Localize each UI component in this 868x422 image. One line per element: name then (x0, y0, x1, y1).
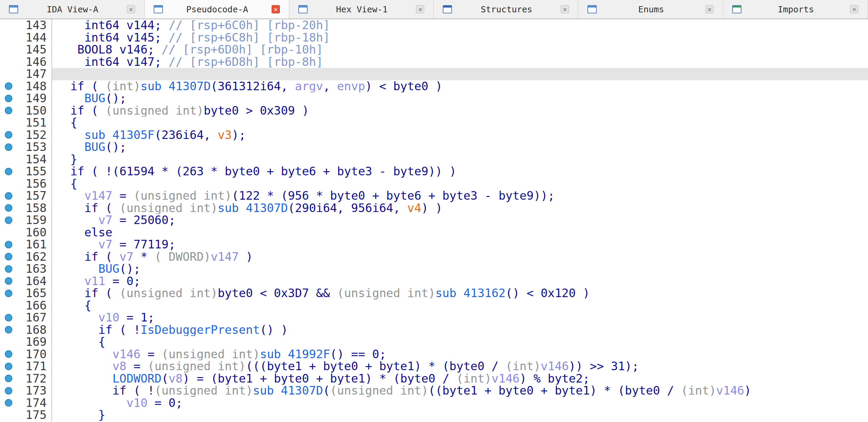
code-line[interactable]: 144 __int64 v145; // [rsp+6C8h] [rbp-18h… (0, 32, 868, 44)
close-icon[interactable]: × (561, 5, 569, 13)
code-token: { (56, 300, 91, 312)
breakpoint-icon[interactable] (5, 241, 12, 248)
variable-token[interactable]: v147 (211, 251, 239, 263)
variable-token[interactable]: argv (295, 80, 323, 93)
code-line[interactable]: 143 __int64 v144; // [rsp+6C0h] [rbp-20h… (0, 19, 868, 32)
code-text: BUG(); (52, 263, 868, 275)
breakpoint-icon[interactable] (5, 277, 12, 285)
code-line[interactable]: 147 (0, 68, 868, 80)
variable-token[interactable]: v146 (540, 360, 569, 373)
variable-token[interactable]: v146 (112, 348, 141, 361)
variable-token[interactable]: v8 (112, 360, 127, 373)
code-line[interactable]: 160 else (0, 226, 868, 239)
breakpoint-icon[interactable] (5, 314, 12, 321)
breakpoint-icon[interactable] (5, 253, 12, 260)
variable-token[interactable]: v147 (84, 190, 112, 202)
code-line[interactable]: 162 if ( v7 * (_DWORD)v147 ) (0, 251, 868, 263)
code-line[interactable]: 155 if ( !(61594 * (263 * byte0 + byte6 … (0, 165, 868, 178)
code-text: LODWORD(v8) = (byte1 + byte0 + byte1) * … (52, 373, 868, 385)
function-token[interactable]: BUG (84, 141, 105, 153)
close-icon[interactable]: × (127, 5, 135, 13)
code-line[interactable]: 161 v7 = 77119; (0, 238, 868, 251)
code-line[interactable]: 150 if ( (unsigned int)byte0 > 0x309 ) (0, 105, 868, 117)
tab-imports[interactable]: Imports× (723, 0, 868, 19)
variable-token[interactable]: v10 (127, 397, 147, 409)
code-line[interactable]: 156 { (0, 178, 868, 190)
function-token[interactable]: BUG (98, 263, 119, 275)
breakpoint-icon[interactable] (5, 399, 12, 407)
code-line[interactable]: 164 v11 = 0; (0, 275, 868, 288)
function-token[interactable]: LODWORD (112, 373, 162, 385)
code-line[interactable]: 163 BUG(); (0, 263, 868, 275)
breakpoint-icon[interactable] (5, 107, 12, 114)
close-icon[interactable]: × (705, 5, 714, 13)
code-line[interactable]: 151 { (0, 117, 868, 129)
function-token[interactable]: sub_41307D (218, 202, 288, 214)
breakpoint-icon[interactable] (5, 82, 12, 90)
code-line[interactable]: 170 v146 = (unsigned int)sub_41992F() ==… (0, 348, 868, 361)
code-line[interactable]: 148 if ( (int)sub_41307D(361312i64, argv… (0, 80, 868, 93)
breakpoint-icon[interactable] (5, 95, 12, 102)
function-token[interactable]: BUG (84, 92, 105, 105)
function-token[interactable]: sub_413162 (435, 287, 506, 300)
breakpoint-icon[interactable] (5, 290, 12, 297)
tab-ida-view-a[interactable]: IDA View-A× (0, 0, 145, 19)
code-line[interactable]: 169 { (0, 336, 868, 348)
variable-token[interactable]: v4 (407, 202, 421, 214)
close-icon[interactable]: × (850, 5, 858, 13)
breakpoint-icon[interactable] (5, 192, 12, 200)
code-line[interactable]: 153 BUG(); (0, 141, 868, 153)
code-line[interactable]: 174 v10 = 0; (0, 397, 868, 409)
tab-pseudocode-a[interactable]: Pseudocode-A× (145, 0, 289, 19)
function-token[interactable]: sub_41992F (260, 348, 330, 361)
breakpoint-icon[interactable] (5, 216, 12, 224)
code-line[interactable]: 152 sub_41305F(236i64, v3); (0, 129, 868, 141)
breakpoint-icon[interactable] (5, 265, 12, 273)
code-line[interactable]: 149 BUG(); (0, 92, 868, 105)
code-line[interactable]: 173 if ( !(unsigned int)sub_41307D((unsi… (0, 385, 868, 397)
breakpoint-icon[interactable] (5, 168, 12, 175)
code-line[interactable]: 159 v7 = 25060; (0, 214, 868, 226)
function-token[interactable]: sub_41305F (84, 129, 155, 141)
variable-token[interactable]: v3 (218, 129, 232, 141)
function-token[interactable]: sub_41307D (141, 80, 211, 93)
code-line[interactable]: 154 } (0, 153, 868, 166)
breakpoint-icon[interactable] (5, 387, 12, 395)
breakpoint-icon[interactable] (5, 143, 12, 151)
function-token[interactable]: IsDebuggerPresent (141, 324, 260, 336)
breakpoint-icon[interactable] (5, 375, 12, 382)
code-line[interactable]: 165 if ( (unsigned int)byte0 < 0x3D7 && … (0, 287, 868, 300)
code-line[interactable]: 175 } (0, 409, 868, 421)
code-line[interactable]: 167 v10 = 1; (0, 312, 868, 324)
variable-token[interactable]: v7 (98, 238, 112, 251)
variable-token[interactable]: v146 (716, 385, 744, 397)
variable-token[interactable]: v11 (84, 275, 105, 288)
code-token: { (56, 336, 105, 348)
code-line[interactable]: 145 _BOOL8 v146; // [rsp+6D0h] [rbp-10h] (0, 44, 868, 56)
function-token[interactable]: sub_41307D (253, 385, 323, 397)
variable-token[interactable]: v7 (98, 214, 112, 226)
breakpoint-icon[interactable] (5, 204, 12, 212)
code-line[interactable]: 168 if ( !IsDebuggerPresent() ) (0, 324, 868, 336)
code-line[interactable]: 171 v8 = (unsigned int)(((byte1 + byte0 … (0, 360, 868, 373)
variable-token[interactable]: v8 (169, 373, 183, 385)
breakpoint-icon[interactable] (5, 326, 12, 333)
variable-token[interactable]: v146 (491, 373, 520, 385)
breakpoint-icon[interactable] (5, 350, 12, 358)
code-line[interactable]: 172 LODWORD(v8) = (byte1 + byte0 + byte1… (0, 373, 868, 385)
tab-enums[interactable]: Enums× (579, 0, 723, 19)
tab-hex-view-1[interactable]: Hex View-1× (289, 0, 434, 19)
breakpoint-icon[interactable] (5, 131, 12, 139)
variable-token[interactable]: envp (337, 80, 365, 93)
close-icon[interactable]: × (272, 5, 280, 13)
code-line[interactable]: 157 v147 = (unsigned int)(122 * (956 * b… (0, 190, 868, 202)
variable-token[interactable]: v10 (98, 312, 119, 324)
code-line[interactable]: 146 __int64 v147; // [rsp+6D8h] [rbp-8h] (0, 56, 868, 68)
code-token: (236i64, (155, 129, 218, 141)
breakpoint-icon[interactable] (5, 363, 12, 370)
close-icon[interactable]: × (416, 5, 424, 13)
variable-token[interactable]: v7 (119, 251, 133, 263)
tab-structures[interactable]: Structures× (434, 0, 579, 19)
code-line[interactable]: 158 if ( (unsigned int)sub_41307D(290i64… (0, 202, 868, 214)
code-line[interactable]: 166 { (0, 300, 868, 312)
